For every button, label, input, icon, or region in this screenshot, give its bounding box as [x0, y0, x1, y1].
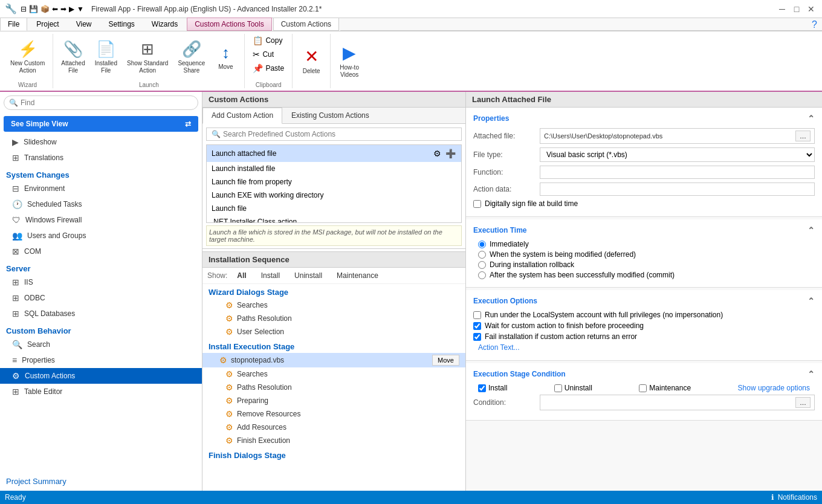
- search-box[interactable]: 🔍: [4, 95, 198, 110]
- sidebar-item-environment[interactable]: ⊟ Environment: [0, 181, 202, 196]
- wait-finish-checkbox[interactable]: [473, 322, 481, 330]
- condition-input[interactable]: …: [540, 395, 815, 410]
- radio-commit-input[interactable]: [478, 271, 486, 279]
- action-text-link[interactable]: Action Text...: [478, 343, 810, 352]
- attached-file-input[interactable]: C:\Users\User\Desktop\stopnotepad.vbs …: [540, 128, 815, 144]
- panel-search-input[interactable]: [223, 130, 456, 138]
- new-custom-action-button[interactable]: ⚡ New Custom Action: [6, 37, 49, 77]
- tab-add-custom-action[interactable]: Add Custom Action: [202, 108, 282, 124]
- tab-existing-custom-actions[interactable]: Existing Custom Actions: [282, 108, 378, 123]
- action-add-icon[interactable]: ➕: [444, 147, 456, 160]
- file-type-select[interactable]: Visual basic script (*.vbs): [540, 147, 815, 162]
- show-upgrade-options-link[interactable]: Show upgrade options: [738, 384, 810, 392]
- project-summary-link[interactable]: Project Summary: [0, 472, 202, 491]
- fail-install-checkbox[interactable]: [473, 333, 481, 341]
- sidebar-item-sql-databases[interactable]: ⊞ SQL Databases: [0, 306, 202, 321]
- action-item-net-installer[interactable]: .NET Installer Class action: [207, 215, 461, 223]
- tab-wizards[interactable]: Wizards: [144, 18, 186, 31]
- panel-search-box[interactable]: 🔍: [206, 128, 462, 141]
- sidebar-item-translations[interactable]: ⊞ Translations: [0, 150, 202, 166]
- function-input[interactable]: [540, 166, 815, 179]
- ribbon-help-icon[interactable]: ?: [812, 19, 817, 30]
- maintenance-condition-checkbox[interactable]: [639, 384, 647, 392]
- how-to-videos-button[interactable]: ▶ How-to Videos: [334, 40, 364, 82]
- show-install-button[interactable]: Install: [256, 270, 285, 281]
- seq-item-paths-resolution-wizard[interactable]: ⚙ Paths Resolution: [202, 312, 465, 325]
- action-item-launch-exe[interactable]: Launch EXE with working directory: [207, 189, 461, 202]
- show-uninstall-button[interactable]: Uninstall: [290, 270, 327, 281]
- seq-item-remove-resources[interactable]: ⚙ Remove Resources: [202, 407, 465, 421]
- paste-button[interactable]: 📌 Paste: [248, 62, 288, 75]
- condition-browse-button[interactable]: …: [795, 397, 811, 408]
- properties-collapse-button[interactable]: ⌃: [807, 114, 815, 123]
- tab-project[interactable]: Project: [28, 18, 66, 31]
- search-input[interactable]: [21, 99, 193, 107]
- sidebar-item-table-editor[interactable]: ⊞ Table Editor: [0, 384, 202, 399]
- properties-section-title: Properties ⌃: [473, 114, 815, 123]
- local-system-checkbox[interactable]: [473, 311, 481, 319]
- action-settings-icon[interactable]: ⚙: [431, 147, 443, 160]
- action-item-launch-installed[interactable]: Launch installed file: [207, 162, 461, 175]
- tab-custom-actions-sub[interactable]: Custom Actions: [273, 18, 339, 31]
- minimize-button[interactable]: ─: [776, 3, 788, 15]
- seq-icon-remove-resources: ⚙: [225, 409, 233, 419]
- seq-item-add-resources[interactable]: ⚙ Add Resources: [202, 421, 465, 434]
- radio-rollback-input[interactable]: [478, 261, 486, 269]
- radio-deferred-input[interactable]: [478, 251, 486, 259]
- execution-options-collapse-button[interactable]: ⌃: [807, 296, 815, 306]
- action-item-label-launch-exe: Launch EXE with working directory: [212, 191, 323, 199]
- maintenance-condition-label: Maintenance: [649, 384, 691, 392]
- attached-file-button[interactable]: 📎 Attached File: [57, 37, 89, 77]
- sidebar-item-users-groups[interactable]: 👥 Users and Groups: [0, 228, 202, 244]
- attached-file-browse-button[interactable]: …: [795, 131, 811, 141]
- tab-view[interactable]: View: [68, 18, 100, 31]
- execution-time-section: Execution Time ⌃ Immediately When the sy…: [466, 219, 822, 288]
- tab-file[interactable]: File: [0, 18, 27, 31]
- action-data-input[interactable]: [540, 183, 815, 196]
- execution-stage-condition-collapse-button[interactable]: ⌃: [807, 369, 815, 379]
- seq-item-paths-resolution[interactable]: ⚙ Paths Resolution: [202, 381, 465, 394]
- sidebar-item-slideshow[interactable]: ▶ Slideshow: [0, 134, 202, 150]
- sidebar-item-custom-actions[interactable]: ⚙ Custom Actions: [0, 368, 202, 384]
- uninstall-condition-checkbox[interactable]: [554, 384, 562, 392]
- seq-item-stopnotepad[interactable]: ⚙ stopnotepad.vbs Move: [202, 353, 465, 367]
- cut-button[interactable]: ✂ Cut: [248, 48, 278, 61]
- action-item-label-launch-installed: Launch installed file: [212, 164, 275, 173]
- sidebar-item-windows-firewall[interactable]: 🛡 Windows Firewall: [0, 212, 202, 228]
- sidebar-item-properties[interactable]: ≡ Properties: [0, 352, 202, 368]
- seq-item-searches[interactable]: ⚙ Searches: [202, 367, 465, 381]
- copy-button[interactable]: 📋 Copy: [248, 34, 286, 47]
- delete-button[interactable]: ✕ Delete: [296, 44, 326, 78]
- move-button[interactable]: ↕ Move: [210, 40, 241, 74]
- seq-item-preparing[interactable]: ⚙ Preparing: [202, 394, 465, 407]
- seq-item-user-selection-wizard[interactable]: ⚙ User Selection: [202, 325, 465, 338]
- sidebar-item-search[interactable]: 🔍 Search: [0, 337, 202, 352]
- maximize-button[interactable]: □: [791, 3, 803, 15]
- digitally-sign-checkbox[interactable]: [473, 200, 481, 208]
- tab-custom-actions-tools[interactable]: Custom Actions Tools: [187, 18, 272, 31]
- close-button[interactable]: ✕: [805, 3, 817, 15]
- show-all-button[interactable]: All: [232, 270, 251, 281]
- installed-file-button[interactable]: 📄 Installed File: [91, 37, 121, 77]
- execution-time-collapse-button[interactable]: ⌃: [807, 225, 815, 235]
- move-button-stopnotepad[interactable]: Move: [432, 355, 459, 366]
- execution-stage-condition-section: Execution Stage Condition ⌃ Install Unin…: [466, 363, 822, 421]
- action-item-label-launch-attached: Launch attached file: [212, 149, 276, 158]
- action-item-launch-attached[interactable]: Launch attached file ⚙ ➕: [207, 145, 461, 162]
- sidebar-item-scheduled-tasks[interactable]: 🕐 Scheduled Tasks: [0, 196, 202, 212]
- title-bar-dropdown-icon: ▼: [77, 5, 84, 13]
- radio-immediately-input[interactable]: [478, 241, 486, 248]
- install-condition-checkbox[interactable]: [478, 384, 486, 392]
- sidebar-item-com[interactable]: ⊠ COM: [0, 244, 202, 259]
- seq-item-searches-wizard[interactable]: ⚙ Searches: [202, 299, 465, 312]
- simple-view-button[interactable]: See Simple View ⇄: [4, 116, 198, 132]
- show-maintenance-button[interactable]: Maintenance: [332, 270, 383, 281]
- sidebar-item-iis[interactable]: ⊞ IIS: [0, 274, 202, 290]
- tab-settings[interactable]: Settings: [101, 18, 143, 31]
- sidebar-item-odbc[interactable]: ⊞ ODBC: [0, 290, 202, 306]
- seq-item-finish-execution[interactable]: ⚙ Finish Execution: [202, 434, 465, 447]
- action-item-launch-from-property[interactable]: Launch file from property: [207, 175, 461, 189]
- sequence-share-button[interactable]: 🔗 Sequence Share: [173, 37, 209, 77]
- action-item-launch-file[interactable]: Launch file: [207, 202, 461, 215]
- show-standard-action-button[interactable]: ⊞ Show Standard Action: [123, 37, 172, 77]
